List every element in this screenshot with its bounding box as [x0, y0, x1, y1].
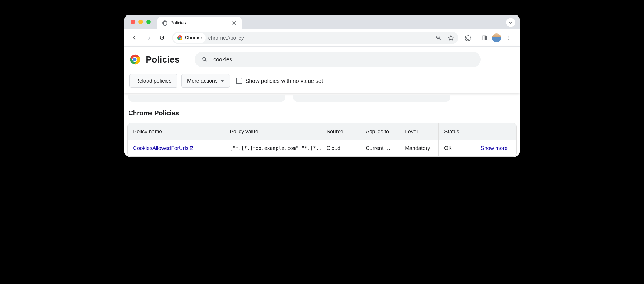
svg-point-5 [508, 36, 509, 36]
browser-toolbar: Chrome chrome://policy [124, 29, 520, 47]
new-tab-button[interactable] [244, 18, 254, 28]
forward-button[interactable] [143, 32, 154, 43]
policy-applies-cell: Current … [360, 140, 399, 156]
browser-tab[interactable]: Policies [157, 17, 242, 29]
status-cards [127, 93, 517, 102]
site-info-chip[interactable]: Chrome [173, 33, 206, 43]
svg-rect-4 [485, 36, 487, 40]
page-header: Policies Reload policies More actions Sh… [124, 47, 520, 93]
reload-policies-button[interactable]: Reload policies [129, 74, 177, 88]
svg-point-7 [508, 39, 509, 40]
external-link-icon [189, 146, 194, 150]
col-header-name: Policy name [128, 123, 224, 140]
tab-search-button[interactable] [506, 18, 515, 27]
reload-button[interactable] [156, 32, 168, 43]
table-header: Policy name Policy value Source Applies … [128, 123, 516, 140]
toolbar-right [463, 32, 515, 43]
toolbar-divider [476, 35, 476, 41]
policy-status-cell: OK [439, 140, 475, 156]
policy-name-cell: CookiesAllowedForUrls [128, 140, 224, 156]
policy-level-cell: Mandatory [399, 140, 439, 156]
col-header-applies: Applies to [360, 123, 399, 140]
section-title: Chrome Policies [128, 109, 517, 117]
search-icon [201, 56, 208, 63]
col-header-value: Policy value [224, 123, 321, 140]
browser-window: Policies [124, 15, 520, 157]
url-text: chrome://policy [208, 35, 244, 41]
window-minimize-button[interactable] [138, 20, 143, 24]
col-header-status: Status [439, 123, 475, 140]
site-info-label: Chrome [185, 35, 202, 40]
show-unset-label: Show policies with no value set [245, 78, 323, 84]
svg-point-6 [508, 37, 509, 38]
policy-action-cell: Show more [475, 140, 513, 156]
chevron-down-icon [221, 80, 224, 82]
status-card [293, 95, 450, 102]
page-title: Policies [146, 54, 180, 65]
extensions-icon[interactable] [463, 32, 474, 43]
policy-search-input[interactable] [213, 56, 474, 63]
tab-strip: Policies [124, 15, 520, 29]
policy-table: Policy name Policy value Source Applies … [127, 123, 517, 157]
show-unset-checkbox-row: Show policies with no value set [236, 78, 323, 84]
globe-icon [162, 20, 168, 26]
scroll-area: Chrome Policies Policy name Policy value… [124, 93, 520, 157]
window-close-button[interactable] [131, 20, 135, 24]
show-unset-checkbox[interactable] [236, 78, 242, 84]
col-header-source: Source [321, 123, 360, 140]
chrome-logo-icon [129, 54, 140, 65]
address-bar[interactable]: Chrome chrome://policy [172, 32, 458, 44]
col-header-action [475, 123, 513, 140]
chrome-icon [177, 35, 183, 41]
policy-name-link[interactable]: CookiesAllowedForUrls [133, 145, 194, 151]
zoom-icon[interactable] [434, 33, 444, 43]
svg-point-2 [179, 37, 181, 39]
policy-source-cell: Cloud [321, 140, 360, 156]
menu-icon[interactable] [503, 32, 515, 43]
svg-point-9 [133, 58, 137, 61]
profile-avatar[interactable] [492, 33, 501, 42]
policy-search-box[interactable] [195, 52, 481, 67]
back-button[interactable] [129, 32, 141, 43]
close-icon[interactable] [231, 20, 237, 26]
table-row: CookiesAllowedForUrls ["*,[*.]foo.exampl… [128, 140, 516, 156]
traffic-lights [131, 20, 151, 24]
col-header-level: Level [399, 123, 439, 140]
actions-row: Reload policies More actions Show polici… [129, 67, 513, 88]
show-more-link[interactable]: Show more [481, 145, 508, 151]
page-content: Policies Reload policies More actions Sh… [124, 47, 520, 157]
status-card [128, 95, 285, 102]
more-actions-button[interactable]: More actions [181, 74, 230, 88]
bookmark-icon[interactable] [446, 33, 456, 43]
side-panel-icon[interactable] [479, 32, 490, 43]
tab-title: Policies [170, 20, 229, 26]
policy-value-cell: ["*,[*.]foo.example.com","*,[*.… [224, 140, 321, 156]
window-maximize-button[interactable] [146, 20, 151, 24]
